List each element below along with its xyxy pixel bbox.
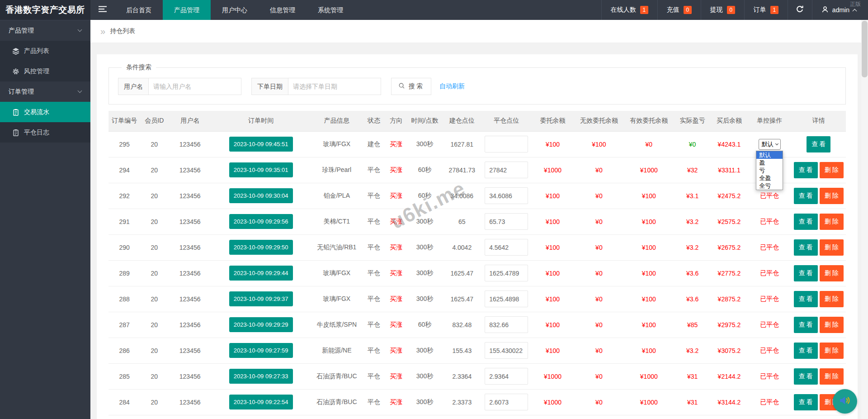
view-button[interactable]: 查看 — [794, 162, 818, 178]
cell-username: 123456 — [168, 363, 211, 389]
close-point-input[interactable] — [485, 187, 528, 204]
stat-count-badge: 1 — [770, 6, 778, 14]
cell-entrust-balance: ¥100 — [531, 415, 574, 419]
close-point-input[interactable] — [485, 136, 528, 152]
cell-single-control: 已平仓 — [748, 209, 791, 234]
top-nav-item-5[interactable]: 系统管理 — [307, 0, 354, 20]
control-select[interactable]: 默认 — [759, 139, 781, 150]
close-point-input[interactable] — [485, 316, 528, 333]
top-nav-item-3[interactable]: 用户中心 — [211, 0, 259, 20]
table-row: 295 20 123456 2023-10-09 09:45:51 玻璃/FGX… — [108, 131, 846, 157]
cell-order-time: 2023-10-09 09:29:29 — [212, 312, 311, 338]
breadcrumb-chevrons-icon: » — [100, 27, 105, 36]
delete-button[interactable]: 删除 — [820, 239, 844, 256]
top-nav-item-4[interactable]: 信息管理 — [259, 0, 307, 20]
view-button[interactable]: 查看 — [794, 188, 818, 204]
cell-actual-profit: ¥85 — [674, 312, 710, 338]
cell-after-buy-balance: ¥3144.2 — [711, 389, 748, 415]
col-header-1: 订单编号 — [108, 111, 140, 131]
cell-actual-profit: ¥3.2 — [674, 338, 710, 363]
view-button[interactable]: 查看 — [794, 265, 818, 281]
topbar-stat-1[interactable]: 在线人数 1 — [601, 0, 657, 20]
cell-product: 石油沥青/BUC — [311, 363, 363, 389]
top-nav-item-1[interactable]: 后台首页 — [115, 0, 163, 20]
close-point-input[interactable] — [485, 265, 528, 281]
stat-label: 在线人数 — [611, 6, 636, 14]
close-point-input[interactable] — [485, 290, 528, 307]
close-point-input[interactable] — [485, 213, 528, 230]
order-time-badge: 2023-10-09 09:29:29 — [229, 317, 293, 332]
cell-close-point — [482, 209, 531, 234]
cell-actual-profit: ¥32 — [674, 157, 710, 183]
chevron-down-icon — [78, 28, 82, 32]
order-date-input[interactable] — [288, 78, 381, 95]
cell-close-point — [482, 312, 531, 338]
search-button[interactable]: 搜索 — [391, 78, 431, 95]
search-legend: 条件搜索 — [122, 63, 156, 71]
view-button[interactable]: 查看 — [794, 343, 818, 359]
closed-status-text: 已平仓 — [760, 398, 779, 405]
auto-refresh-link[interactable]: 自动刷新 — [439, 82, 465, 90]
delete-button[interactable]: 删除 — [820, 343, 844, 359]
view-button[interactable]: 查看 — [794, 214, 818, 230]
delete-button[interactable]: 删除 — [820, 368, 844, 385]
delete-button[interactable]: 删除 — [820, 317, 844, 333]
view-button[interactable]: 查看 — [794, 368, 818, 385]
view-button[interactable]: 查看 — [794, 394, 818, 410]
sidebar-item-2[interactable]: 产品列表 — [0, 41, 90, 61]
cell-order-id: 284 — [108, 389, 140, 415]
cell-order-time: 2023-10-09 09:21:20 — [212, 415, 311, 419]
view-button[interactable]: 查看 — [794, 291, 818, 307]
sidebar-item-3[interactable]: 风控管理 — [0, 61, 90, 81]
sidebar-group-1[interactable]: 产品管理 — [0, 20, 90, 41]
menu-toggle-button[interactable] — [90, 0, 115, 20]
cell-direction: 买涨 — [385, 183, 407, 209]
cell-order-id: 292 — [108, 183, 140, 209]
username-input[interactable] — [149, 78, 241, 95]
close-point-input[interactable] — [485, 368, 528, 385]
cell-order-id: 288 — [108, 286, 140, 312]
table-row: 286 20 123456 2023-10-09 09:27:59 新能源/NE… — [108, 338, 846, 363]
top-nav-item-2[interactable]: 产品管理 — [163, 0, 211, 20]
cell-status: 平仓 — [363, 209, 385, 234]
refresh-button[interactable] — [788, 0, 812, 20]
view-button[interactable]: 查看 — [794, 239, 818, 256]
scrollbar-thumb[interactable] — [862, 21, 868, 77]
cell-duration: 60秒 — [407, 415, 442, 419]
topbar-stat-4[interactable]: 订单 1 — [744, 0, 788, 20]
delete-button[interactable]: 删除 — [820, 265, 844, 281]
cell-single-control: 已平仓 — [748, 286, 791, 312]
close-point-input[interactable] — [485, 394, 528, 410]
cell-order-time: 2023-10-09 09:29:50 — [212, 234, 311, 260]
col-header-3: 用户名 — [168, 111, 211, 131]
topbar-stat-3[interactable]: 提现 0 — [701, 0, 744, 20]
close-point-input[interactable] — [485, 239, 528, 256]
chevron-down-icon — [78, 89, 82, 93]
content-panel: 条件搜索 用户名 下单日期 搜索 — [97, 54, 858, 419]
breadcrumb: » 持仓列表 — [90, 20, 861, 43]
sound-toggle-button[interactable] — [833, 389, 857, 414]
cell-entrust-balance: ¥100 — [531, 338, 574, 363]
cell-actions: 查看删除 — [791, 209, 846, 234]
topbar-stat-2[interactable]: 充值 0 — [657, 0, 701, 20]
close-point-input[interactable] — [485, 162, 528, 178]
cell-single-control: 默认 默认盈亏全盈全亏 — [748, 131, 791, 157]
delete-button[interactable]: 删除 — [820, 291, 844, 307]
cell-direction: 买涨 — [385, 131, 407, 157]
cell-actual-profit: ¥3.6 — [674, 260, 710, 286]
delete-button[interactable]: 删除 — [820, 188, 844, 204]
col-header-10: 平仓点位 — [482, 111, 531, 131]
page-scrollbar[interactable] — [861, 20, 868, 419]
delete-button[interactable]: 删除 — [820, 162, 844, 178]
close-point-input[interactable] — [485, 342, 528, 359]
order-time-badge: 2023-10-09 09:29:56 — [229, 214, 293, 229]
sidebar-item-5[interactable]: 交易流水 — [0, 102, 90, 122]
cell-close-point — [482, 157, 531, 183]
delete-button[interactable]: 删除 — [820, 214, 844, 230]
view-button[interactable]: 查看 — [807, 136, 830, 152]
topbar: 香港数字资产交易所 后台首页产品管理用户中心信息管理系统管理 在线人数 1 充值… — [0, 0, 868, 20]
sidebar-item-6[interactable]: 平仓日志 — [0, 122, 90, 143]
view-button[interactable]: 查看 — [794, 317, 818, 333]
table-row: 290 20 123456 2023-10-09 09:29:50 无铅汽油/R… — [108, 234, 846, 260]
sidebar-group-4[interactable]: 订单管理 — [0, 81, 90, 102]
